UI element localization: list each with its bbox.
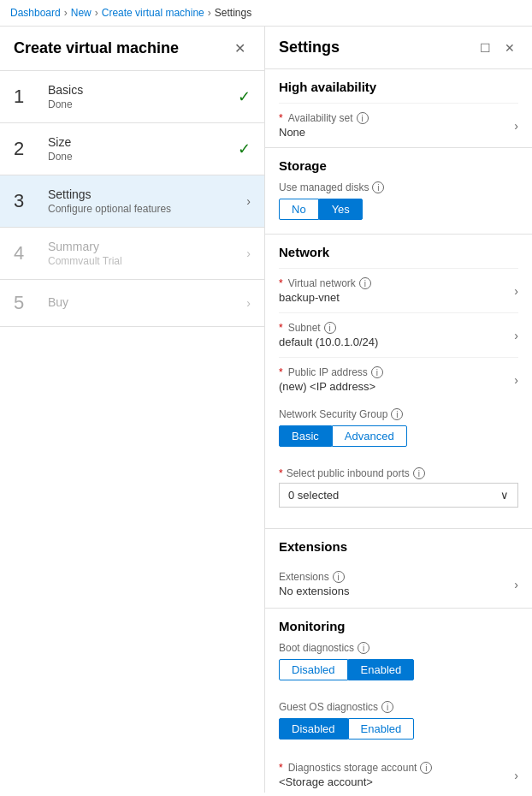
nsg-toggle: Basic Advanced bbox=[279, 425, 518, 447]
settings-title: Settings bbox=[279, 39, 340, 56]
boot-diagnostics-info-icon[interactable]: i bbox=[358, 642, 369, 654]
step-summary[interactable]: 4 Summary Commvault Trial › bbox=[0, 228, 264, 280]
step-2-check-icon: ✓ bbox=[238, 140, 251, 158]
subnet-chevron-icon: › bbox=[514, 329, 518, 342]
step-4-number: 4 bbox=[14, 242, 39, 264]
inbound-ports-label: Select public inbound ports bbox=[287, 467, 410, 479]
extensions-row[interactable]: Extensions i No extensions › bbox=[279, 562, 518, 608]
step-2-number: 2 bbox=[14, 138, 39, 160]
diagnostics-storage-row[interactable]: * Diagnostics storage account i <Storage… bbox=[279, 753, 518, 793]
boot-diagnostics-label: Boot diagnostics bbox=[279, 642, 354, 654]
step-2-subtitle: Done bbox=[48, 151, 231, 163]
availability-set-value: None bbox=[279, 126, 507, 139]
virtual-network-chevron-icon: › bbox=[514, 284, 518, 298]
monitoring-section: Monitoring Boot diagnostics i Disabled E… bbox=[265, 609, 532, 793]
right-panel: Settings ☐ ✕ High availability * Availab… bbox=[265, 27, 532, 793]
step-2-title: Size bbox=[48, 135, 231, 149]
step-4-title: Summary bbox=[48, 240, 239, 253]
nsg-info-icon[interactable]: i bbox=[391, 408, 403, 420]
breadcrumb-create-vm[interactable]: Create virtual machine bbox=[102, 7, 204, 19]
virtual-network-row[interactable]: * Virtual network i backup-vnet › bbox=[279, 268, 518, 312]
breadcrumb-new[interactable]: New bbox=[71, 7, 92, 19]
step-buy[interactable]: 5 Buy › bbox=[0, 280, 264, 327]
availability-set-chevron-icon: › bbox=[514, 119, 518, 133]
storage-section: Storage Use managed disks i No Yes bbox=[265, 148, 532, 235]
step-3-title: Settings bbox=[48, 187, 239, 201]
step-4-subtitle: Commvault Trial bbox=[48, 255, 239, 267]
guest-os-diagnostics-enabled-button[interactable]: Enabled bbox=[348, 718, 415, 740]
guest-os-diagnostics-disabled-button[interactable]: Disabled bbox=[279, 718, 348, 740]
availability-set-row[interactable]: * Availability set i None › bbox=[279, 103, 518, 147]
right-panel-close-button[interactable]: ✕ bbox=[501, 39, 518, 56]
managed-disks-label: Use managed disks bbox=[279, 181, 369, 193]
subnet-label: Subnet bbox=[288, 322, 321, 334]
managed-disks-info-icon[interactable]: i bbox=[372, 181, 384, 193]
diagnostics-storage-label: Diagnostics storage account bbox=[288, 762, 417, 774]
step-1-title: Basics bbox=[48, 83, 231, 97]
guest-os-diagnostics-label: Guest OS diagnostics bbox=[279, 701, 378, 713]
extensions-chevron-icon: › bbox=[514, 578, 518, 591]
availability-set-label: Availability set bbox=[288, 112, 353, 124]
nsg-advanced-button[interactable]: Advanced bbox=[332, 425, 407, 447]
extensions-title: Extensions bbox=[279, 539, 518, 554]
step-5-chevron-icon: › bbox=[246, 296, 251, 310]
inbound-ports-dropdown[interactable]: 0 selected ∨ bbox=[279, 483, 518, 508]
virtual-network-label: Virtual network bbox=[288, 277, 356, 289]
availability-set-required: * bbox=[279, 112, 283, 124]
left-panel-header: Create virtual machine ✕ bbox=[0, 27, 264, 71]
step-5-number: 5 bbox=[14, 292, 39, 314]
nsg-basic-button[interactable]: Basic bbox=[279, 425, 332, 447]
nsg-label: Network Security Group bbox=[279, 408, 387, 420]
step-3-subtitle: Configure optional features bbox=[48, 203, 239, 215]
step-3-number: 3 bbox=[14, 190, 39, 212]
step-size[interactable]: 2 Size Done ✓ bbox=[0, 123, 264, 175]
public-ip-label: Public IP address bbox=[288, 366, 368, 378]
high-availability-title: High availability bbox=[279, 80, 518, 94]
network-section: Network * Virtual network i backup-vnet … bbox=[265, 235, 532, 529]
managed-disks-no-button[interactable]: No bbox=[279, 199, 319, 220]
step-4-chevron-icon: › bbox=[246, 247, 251, 260]
subnet-info-icon[interactable]: i bbox=[324, 322, 336, 334]
high-availability-section: High availability * Availability set i N… bbox=[265, 69, 532, 148]
managed-disks-yes-button[interactable]: Yes bbox=[319, 199, 363, 220]
guest-os-diagnostics-info-icon[interactable]: i bbox=[381, 701, 393, 713]
maximize-button[interactable]: ☐ bbox=[476, 39, 494, 56]
diagnostics-storage-value: <Storage account> bbox=[279, 775, 507, 788]
breadcrumb-dashboard[interactable]: Dashboard bbox=[10, 7, 61, 19]
virtual-network-value: backup-vnet bbox=[279, 291, 507, 304]
boot-diagnostics-enabled-button[interactable]: Enabled bbox=[348, 659, 415, 680]
boot-diagnostics-disabled-button[interactable]: Disabled bbox=[279, 659, 348, 680]
availability-set-info-icon[interactable]: i bbox=[357, 112, 369, 124]
inbound-ports-value: 0 selected bbox=[288, 489, 339, 502]
extensions-info-icon[interactable]: i bbox=[333, 571, 345, 583]
extensions-section: Extensions Extensions i No extensions › bbox=[265, 529, 532, 609]
create-vm-title: Create virtual machine bbox=[14, 39, 179, 57]
inbound-ports-chevron-icon: ∨ bbox=[500, 489, 509, 502]
step-3-chevron-icon: › bbox=[246, 194, 251, 208]
storage-title: Storage bbox=[279, 158, 518, 173]
step-settings[interactable]: 3 Settings Configure optional features › bbox=[0, 175, 264, 228]
public-ip-value: (new) <IP address> bbox=[279, 380, 507, 393]
extensions-label: Extensions bbox=[279, 571, 329, 583]
step-basics[interactable]: 1 Basics Done ✓ bbox=[0, 71, 264, 123]
step-1-subtitle: Done bbox=[48, 98, 231, 110]
boot-diagnostics-toggle: Disabled Enabled bbox=[279, 659, 518, 680]
virtual-network-info-icon[interactable]: i bbox=[359, 277, 371, 289]
step-5-title: Buy bbox=[48, 295, 239, 309]
breadcrumb-settings: Settings bbox=[215, 7, 251, 19]
public-ip-chevron-icon: › bbox=[514, 373, 518, 387]
diagnostics-storage-chevron-icon: › bbox=[514, 769, 518, 782]
extensions-value: No extensions bbox=[279, 585, 349, 597]
public-ip-info-icon[interactable]: i bbox=[371, 366, 383, 378]
left-panel: Create virtual machine ✕ 1 Basics Done ✓… bbox=[0, 27, 265, 793]
left-panel-close-button[interactable]: ✕ bbox=[229, 39, 251, 58]
subnet-row[interactable]: * Subnet i default (10.0.1.0/24) › bbox=[279, 312, 518, 357]
public-ip-row[interactable]: * Public IP address i (new) <IP address>… bbox=[279, 357, 518, 401]
breadcrumb: Dashboard › New › Create virtual machine… bbox=[0, 0, 532, 27]
diagnostics-storage-info-icon[interactable]: i bbox=[420, 762, 432, 774]
managed-disks-toggle: No Yes bbox=[279, 199, 518, 220]
inbound-ports-info-icon[interactable]: i bbox=[413, 467, 425, 479]
right-panel-header: Settings ☐ ✕ bbox=[265, 27, 532, 69]
network-title: Network bbox=[279, 245, 518, 259]
step-1-check-icon: ✓ bbox=[238, 87, 251, 106]
